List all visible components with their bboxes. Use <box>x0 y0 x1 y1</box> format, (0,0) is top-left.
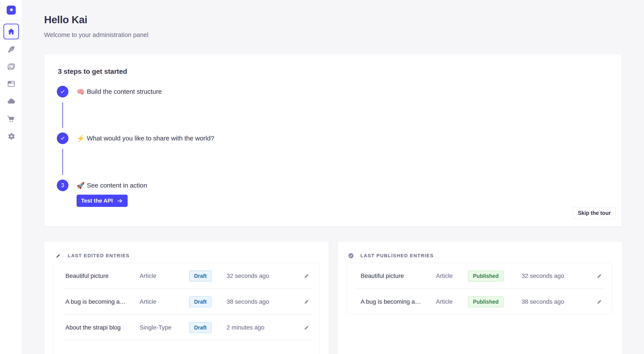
last-published-heading: LAST PUBLISHED ENTRIES <box>360 253 434 259</box>
entry-time: 32 seconds ago <box>522 273 591 279</box>
check-icon <box>60 89 66 95</box>
last-published-header: LAST PUBLISHED ENTRIES <box>348 253 434 259</box>
sidebar-item-home[interactable] <box>0 24 22 39</box>
feather-icon <box>7 45 16 54</box>
last-edited-list: Beautiful picture Article Draft 32 secon… <box>53 263 320 354</box>
sidebar <box>0 0 22 354</box>
zap-emoji-icon: ⚡ <box>76 135 84 142</box>
pencil-icon <box>304 298 310 305</box>
entry-type: Article <box>436 298 468 305</box>
status-badge: Published <box>468 296 504 307</box>
pencil-icon <box>304 324 310 331</box>
step-connector-2 <box>62 149 63 175</box>
sidebar-item-content-type-builder[interactable] <box>0 80 22 88</box>
last-published-list: Beautiful picture Article Published 32 s… <box>347 263 612 314</box>
home-active-frame <box>4 24 19 39</box>
layout-icon <box>7 80 16 88</box>
last-edited-header: LAST EDITED ENTRIES <box>56 253 130 259</box>
check-icon <box>60 135 66 141</box>
strapi-logo[interactable] <box>7 5 16 15</box>
edit-entry-button[interactable] <box>303 272 311 281</box>
brain-emoji-icon: 🧠 <box>76 88 84 95</box>
edit-entry-button[interactable] <box>596 298 604 306</box>
logo-container <box>0 0 22 20</box>
pictures-icon <box>7 62 16 71</box>
table-row[interactable]: A bug is becoming a… Article Published 3… <box>347 289 612 314</box>
edit-entry-button[interactable] <box>303 298 311 306</box>
status-badge: Draft <box>189 296 212 307</box>
pencil-icon <box>304 273 310 279</box>
sidebar-item-cloud[interactable] <box>0 97 22 105</box>
entry-type: Article <box>140 298 189 305</box>
home-icon <box>7 27 15 36</box>
skip-tour-button[interactable]: Skip the tour <box>573 207 616 219</box>
table-row[interactable]: About the strapi blog Single-Type Draft … <box>53 315 320 341</box>
arrow-right-icon <box>116 198 123 204</box>
gear-icon <box>7 132 16 141</box>
status-badge: Draft <box>189 271 212 282</box>
entry-name: A bug is becoming a… <box>360 298 436 305</box>
table-row[interactable]: Beautiful picture Article Draft 32 secon… <box>53 263 320 289</box>
entry-time: 2 minutes ago <box>226 324 298 331</box>
entry-time: 38 seconds ago <box>522 298 591 305</box>
onboarding-title: 3 steps to get started <box>58 67 127 75</box>
onboarding-step-2: ⚡ What would you like to share with the … <box>57 132 214 144</box>
sidebar-item-marketplace[interactable] <box>0 115 22 123</box>
page-subtitle: Welcome to your administration panel <box>44 31 148 38</box>
entry-type: Single-Type <box>140 324 189 331</box>
onboarding-card: 3 steps to get started 🧠 Build the conte… <box>44 54 622 227</box>
cart-icon <box>7 115 16 123</box>
step-3-label: 🚀 See content in action <box>76 182 147 189</box>
step-2-check-circle <box>57 132 68 144</box>
last-edited-heading: LAST EDITED ENTRIES <box>68 253 130 259</box>
edit-entry-button[interactable] <box>596 272 604 281</box>
pencil-icon <box>596 298 603 305</box>
admin-dashboard: Hello Kai Welcome to your administration… <box>0 0 644 354</box>
entry-name: A bug is becoming a… <box>66 298 140 305</box>
onboarding-step-3: 3 🚀 See content in action <box>57 180 147 191</box>
pencil-icon <box>596 273 603 279</box>
entry-name: Beautiful picture <box>66 273 140 279</box>
sidebar-item-settings[interactable] <box>0 132 22 141</box>
pencil-icon <box>56 253 61 259</box>
step-1-check-circle <box>57 86 68 97</box>
entry-time: 38 seconds ago <box>226 298 298 305</box>
test-api-button[interactable]: Test the API <box>76 195 128 207</box>
check-circle-icon <box>348 253 354 259</box>
cloud-icon <box>7 97 16 106</box>
page-title: Hello Kai <box>44 14 87 25</box>
status-badge: Draft <box>189 322 212 333</box>
step-1-label: 🧠 Build the content structure <box>76 88 162 95</box>
step-connector-1 <box>62 102 63 128</box>
rocket-emoji-icon: 🚀 <box>76 182 84 189</box>
sidebar-item-media-library[interactable] <box>0 62 22 71</box>
sidebar-item-content-manager[interactable] <box>0 45 22 54</box>
status-badge: Published <box>468 271 504 282</box>
entry-name: About the strapi blog <box>66 324 140 331</box>
table-row[interactable]: A bug is becoming a… Article Draft 38 se… <box>53 289 320 315</box>
entry-type: Article <box>140 273 189 279</box>
edit-entry-button[interactable] <box>303 323 311 332</box>
entry-type: Article <box>436 273 468 279</box>
onboarding-step-1: 🧠 Build the content structure <box>57 86 162 97</box>
last-edited-card: LAST EDITED ENTRIES Beautiful picture Ar… <box>44 242 329 354</box>
entry-time: 32 seconds ago <box>226 273 298 279</box>
strapi-logo-icon <box>8 7 14 13</box>
table-row[interactable]: Beautiful picture Article Published 32 s… <box>347 263 612 289</box>
step-3-number-circle: 3 <box>57 180 68 191</box>
entry-name: Beautiful picture <box>360 273 436 279</box>
step-2-label: ⚡ What would you like to share with the … <box>76 135 214 142</box>
last-published-card: LAST PUBLISHED ENTRIES Beautiful picture… <box>338 242 622 354</box>
